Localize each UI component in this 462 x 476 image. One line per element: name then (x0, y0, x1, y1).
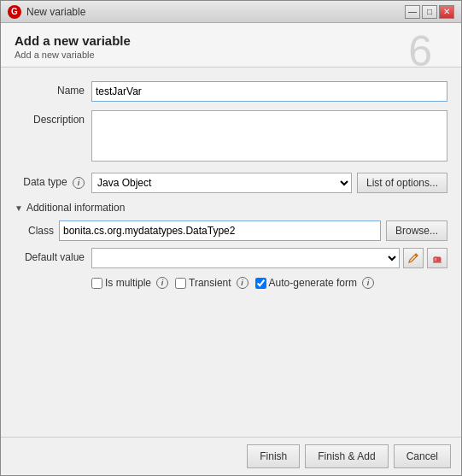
title-bar-left: G New variable (8, 5, 85, 19)
is-multiple-label: Is multiple (105, 277, 151, 289)
svg-rect-3 (434, 257, 437, 262)
additional-info-toggle[interactable]: ▼ Additional information (15, 202, 447, 214)
transient-info-icon[interactable]: i (237, 277, 249, 289)
additional-arrow-icon: ▼ (15, 203, 23, 213)
data-type-control: Java Object String Integer Boolean Long … (91, 173, 447, 193)
auto-generate-info-icon[interactable]: i (362, 277, 374, 289)
default-value-control (91, 248, 447, 268)
browse-button[interactable]: Browse... (386, 220, 447, 241)
data-type-label: Data type i (15, 173, 91, 189)
edit-default-button[interactable] (403, 248, 424, 268)
auto-generate-checkbox[interactable] (255, 278, 266, 289)
clear-default-button[interactable] (427, 248, 447, 268)
app-icon: G (8, 5, 21, 19)
is-multiple-checkbox-item: Is multiple i (91, 277, 168, 289)
class-row: Class bonita.cs.org.mydatatypes.DataType… (15, 220, 447, 241)
auto-generate-checkbox-item: Auto-generate form i (255, 277, 374, 289)
data-type-info-icon[interactable]: i (73, 177, 85, 189)
description-row: Description (15, 110, 447, 164)
list-of-options-button[interactable]: List of options... (357, 173, 447, 193)
header-title: Add a new variable (15, 33, 447, 48)
svg-text:6: 6 (408, 30, 432, 73)
finish-add-button[interactable]: Finish & Add (305, 444, 388, 468)
additional-info-label: Additional information (26, 202, 125, 214)
window-controls: — □ ✕ (405, 5, 454, 19)
transient-checkbox[interactable] (175, 278, 186, 289)
data-type-row: Data type i Java Object String Integer B… (15, 173, 447, 193)
class-input[interactable]: bonita.cs.org.mydatatypes.DataType2 (59, 220, 381, 241)
is-multiple-info-icon[interactable]: i (156, 277, 168, 289)
additional-info-section: ▼ Additional information Class bonita.cs… (15, 202, 447, 241)
form-content: Name testJarVar Description Data type i … (1, 68, 461, 437)
data-type-select[interactable]: Java Object String Integer Boolean Long … (91, 173, 352, 193)
title-bar: G New variable — □ ✕ (1, 1, 461, 23)
close-button[interactable]: ✕ (439, 5, 454, 19)
header-subtitle: Add a new variable (15, 50, 447, 60)
footer: Finish Finish & Add Cancel (1, 437, 461, 475)
header-section: Add a new variable Add a new variable 6 (1, 23, 461, 68)
minimize-button[interactable]: — (405, 5, 420, 19)
default-row-inner (91, 248, 447, 268)
default-value-row: Default value (15, 248, 447, 268)
description-label: Description (15, 110, 91, 126)
name-row: Name testJarVar (15, 81, 447, 102)
description-control (91, 110, 447, 164)
pencil-icon (407, 252, 419, 264)
name-control: testJarVar (91, 81, 447, 102)
default-value-select[interactable] (91, 248, 400, 268)
name-input[interactable]: testJarVar (91, 81, 447, 102)
eraser-icon (431, 252, 443, 264)
finish-button[interactable]: Finish (247, 444, 300, 468)
class-label: Class (28, 225, 54, 237)
name-label: Name (15, 81, 91, 97)
transient-label: Transient (189, 277, 231, 289)
description-textarea[interactable] (91, 110, 447, 162)
checkboxes-row: Is multiple i Transient i Auto-generate … (15, 277, 447, 289)
maximize-button[interactable]: □ (422, 5, 437, 19)
auto-generate-label: Auto-generate form (269, 277, 357, 289)
is-multiple-checkbox[interactable] (91, 278, 102, 289)
new-variable-window: G New variable — □ ✕ Add a new variable … (0, 0, 462, 476)
window-title: New variable (26, 6, 85, 18)
default-value-label: Default value (15, 248, 91, 263)
cancel-button[interactable]: Cancel (394, 444, 451, 468)
transient-checkbox-item: Transient i (175, 277, 249, 289)
bonita-logo: 6 (405, 30, 447, 73)
